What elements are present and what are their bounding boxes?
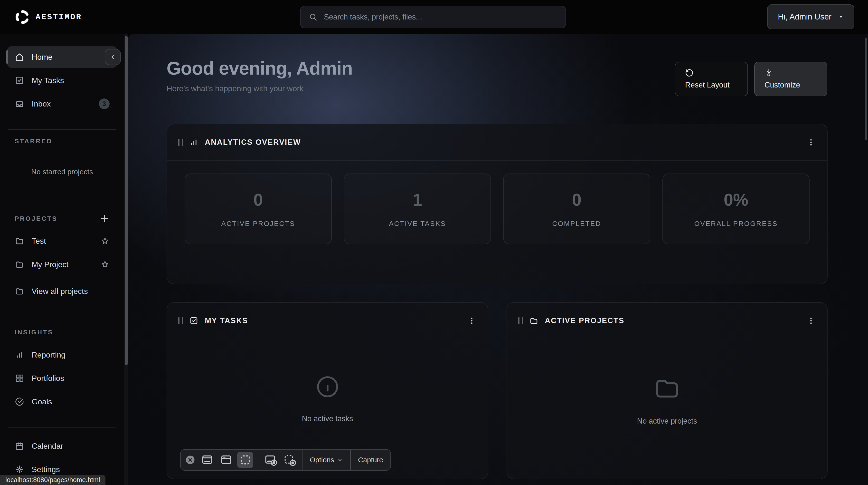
stat-value: 0 <box>253 190 263 209</box>
record-screen-icon[interactable] <box>262 452 279 468</box>
settings-icon <box>14 464 24 474</box>
home-icon <box>14 52 24 62</box>
capture-window-icon[interactable] <box>218 452 234 468</box>
projects-title: PROJECTS <box>14 215 58 223</box>
plus-icon <box>99 213 110 224</box>
star-icon <box>100 260 110 269</box>
stat-card-completed: 0 COMPLETED <box>503 174 650 244</box>
record-selection-icon[interactable] <box>282 452 298 468</box>
stat-value: 1 <box>413 190 422 209</box>
sidebar-item-inbox[interactable]: Inbox 3 <box>7 93 117 115</box>
capture-button[interactable]: Capture <box>351 450 391 470</box>
inbox-icon <box>14 99 24 109</box>
add-project-button[interactable] <box>99 213 110 224</box>
stat-label: ACTIVE PROJECTS <box>221 220 295 228</box>
record-mode-group <box>258 450 302 470</box>
user-menu-button[interactable]: Hi, Admin User <box>767 4 855 29</box>
sidebar-item-calendar[interactable]: Calendar <box>7 435 117 457</box>
sidebar-item-label: Home <box>32 53 52 62</box>
drag-handle-icon[interactable] <box>518 317 523 324</box>
kebab-menu-icon[interactable] <box>467 316 476 325</box>
page-header: Good evening, Admin Here's what's happen… <box>166 58 353 93</box>
screenshot-capture-toolbar: Options Capture <box>180 449 391 470</box>
starred-section-header: STARRED <box>14 138 110 145</box>
kebab-menu-icon[interactable] <box>806 316 816 325</box>
grid-icon <box>14 373 24 383</box>
kebab-menu-icon[interactable] <box>806 138 816 147</box>
sidebar-item-my-tasks[interactable]: My Tasks <box>7 70 117 91</box>
tasks-empty-text: No active tasks <box>302 414 353 423</box>
sidebar-item-label: Settings <box>32 465 60 474</box>
sidebar-project-test[interactable]: Test <box>7 230 117 252</box>
status-url-bar: localhost:8080/pages/home.html <box>0 475 105 485</box>
sidebar-item-goals[interactable]: Goals <box>7 391 117 412</box>
starred-empty-text: No starred projects <box>0 168 124 176</box>
tasks-icon <box>189 316 198 325</box>
sidebar-item-reporting[interactable]: Reporting <box>7 344 117 366</box>
sidebar-item-label: Inbox <box>32 99 51 109</box>
bar-chart-icon <box>189 138 198 147</box>
chevron-left-icon <box>110 54 116 60</box>
main-scrollbar-thumb[interactable] <box>865 37 867 140</box>
customize-button[interactable]: Customize <box>754 62 827 96</box>
header-actions: Reset Layout Customize <box>675 62 827 96</box>
insights-section-header: INSIGHTS <box>14 329 110 336</box>
tasks-icon <box>14 76 24 85</box>
divider <box>8 427 116 428</box>
divider <box>8 129 116 130</box>
sidebar-project-my-project[interactable]: My Project <box>7 254 117 275</box>
sidebar-item-label: Reporting <box>32 350 65 360</box>
stat-card-overall-progress: 0% OVERALL PROGRESS <box>662 174 810 244</box>
capture-label: Capture <box>358 456 383 464</box>
sidebar-item-label: Portfolios <box>32 374 64 383</box>
capture-mode-group <box>181 450 258 470</box>
sidebar-scrollbar-thumb[interactable] <box>125 36 128 365</box>
check-circle-icon <box>14 397 24 406</box>
chevron-down-icon <box>337 457 343 463</box>
insights-title: INSIGHTS <box>14 329 53 336</box>
star-project-button[interactable] <box>100 236 110 246</box>
bar-chart-icon <box>14 350 24 360</box>
stat-value: 0% <box>723 190 748 209</box>
sidebar-item-portfolios[interactable]: Portfolios <box>7 368 117 389</box>
search-bar[interactable] <box>300 6 566 28</box>
top-bar: AESTIMOR Hi, Admin User <box>0 0 868 34</box>
sidebar-item-label: My Tasks <box>32 76 64 85</box>
card-title: ACTIVE PROJECTS <box>545 316 624 325</box>
user-greeting: Hi, Admin User <box>778 12 832 22</box>
close-icon[interactable] <box>185 455 195 465</box>
sidebar-nav: Home My Tasks Inbox 3 <box>0 46 124 116</box>
folder-icon <box>14 236 24 246</box>
folder-icon <box>529 316 538 325</box>
divider <box>8 317 116 317</box>
tasks-empty-state: No active tasks <box>167 339 488 423</box>
options-button[interactable]: Options <box>303 450 350 470</box>
drag-handle-icon[interactable] <box>178 139 183 146</box>
brand-name: AESTIMOR <box>36 13 82 22</box>
sidebar-item-home[interactable]: Home <box>7 46 117 68</box>
star-project-button[interactable] <box>100 260 110 269</box>
rotate-ccw-icon <box>685 68 694 77</box>
folder-icon <box>652 373 682 403</box>
search-input[interactable] <box>324 13 557 22</box>
options-label: Options <box>310 456 334 464</box>
capture-selection-icon[interactable] <box>237 452 253 468</box>
projects-list: Test My Project View all projects <box>0 230 124 304</box>
capture-screen-icon[interactable] <box>199 452 215 468</box>
sidebar-item-label: Goals <box>32 397 52 406</box>
reset-layout-button[interactable]: Reset Layout <box>675 62 748 96</box>
brand-logo-icon <box>14 9 30 25</box>
sidebar-collapse-button[interactable] <box>105 49 121 65</box>
drag-handle-icon[interactable] <box>178 317 183 324</box>
sidebar-view-all-projects[interactable]: View all projects <box>7 281 117 302</box>
stat-label: OVERALL PROGRESS <box>694 220 778 228</box>
my-tasks-card-header: MY TASKS <box>167 303 488 339</box>
active-projects-card-header: ACTIVE PROJECTS <box>507 303 827 339</box>
analytics-card-header: ANALYTICS OVERVIEW <box>167 124 827 161</box>
stat-card-active-projects: 0 ACTIVE PROJECTS <box>185 174 332 244</box>
page-subtitle: Here's what's happening with your work <box>166 84 353 93</box>
folder-icon <box>14 286 24 296</box>
projects-empty-state: No active projects <box>507 339 827 426</box>
customize-icon <box>765 68 773 77</box>
divider <box>8 200 116 200</box>
